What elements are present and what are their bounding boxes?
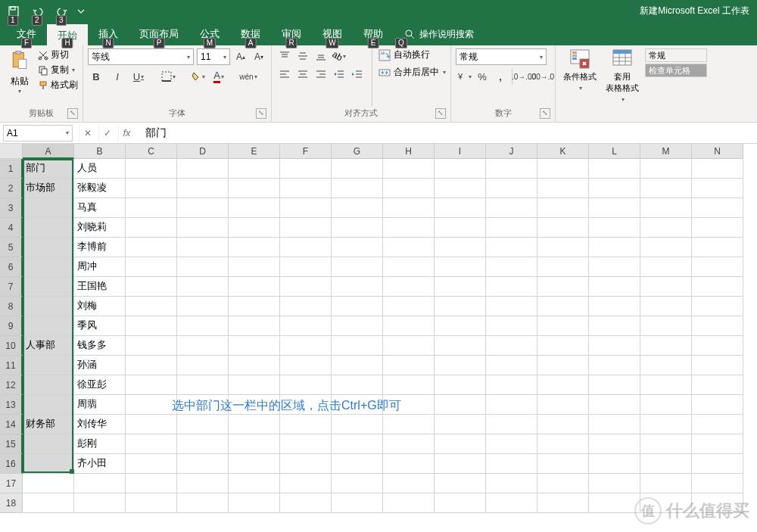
cell-F16[interactable] — [280, 454, 332, 474]
cell-L13[interactable] — [589, 395, 640, 415]
cell-F10[interactable] — [280, 336, 332, 356]
cell-D9[interactable] — [177, 316, 229, 336]
cell-K12[interactable] — [537, 375, 589, 395]
cell-E11[interactable] — [229, 356, 280, 375]
cell-D12[interactable] — [177, 375, 229, 395]
cell-B2[interactable]: 张毅凌 — [74, 179, 126, 198]
cell-K18[interactable] — [537, 493, 589, 513]
comma-format-icon[interactable]: , — [492, 68, 509, 85]
cell-C18[interactable] — [126, 493, 177, 513]
cell-J4[interactable] — [486, 218, 537, 238]
cell-L18[interactable] — [589, 493, 640, 513]
tab-F[interactable]: 文件F — [6, 23, 47, 45]
cell-M8[interactable] — [640, 297, 692, 316]
cell-G14[interactable] — [332, 415, 383, 434]
cell-E7[interactable] — [229, 277, 280, 297]
col-header-H[interactable]: H — [383, 144, 435, 159]
col-header-N[interactable]: N — [692, 144, 743, 159]
cell-E10[interactable] — [229, 336, 280, 356]
cell-G10[interactable] — [332, 336, 383, 356]
cell-N4[interactable] — [692, 218, 743, 238]
cell-J7[interactable] — [486, 277, 537, 297]
align-left-icon[interactable] — [276, 67, 293, 82]
cell-J1[interactable] — [486, 159, 537, 179]
cell-D10[interactable] — [177, 336, 229, 356]
cell-F1[interactable] — [280, 159, 332, 179]
cell-L12[interactable] — [589, 375, 640, 395]
cell-B14[interactable]: 刘传华 — [74, 415, 126, 434]
cell-J12[interactable] — [486, 375, 537, 395]
col-header-B[interactable]: B — [74, 144, 126, 159]
row-header-3[interactable]: 3 — [0, 198, 23, 218]
cell-C6[interactable] — [126, 257, 177, 277]
cell-A3[interactable] — [23, 198, 74, 218]
format-painter-button[interactable]: 格式刷 — [38, 79, 78, 92]
row-header-11[interactable]: 11 — [0, 356, 23, 375]
cell-K3[interactable] — [537, 198, 589, 218]
cell-H8[interactable] — [383, 297, 435, 316]
row-header-16[interactable]: 16 — [0, 454, 23, 474]
cut-button[interactable]: 剪切 — [38, 48, 78, 61]
col-header-F[interactable]: F — [280, 144, 332, 159]
cell-E6[interactable] — [229, 257, 280, 277]
cell-H12[interactable] — [383, 375, 435, 395]
cell-E4[interactable] — [229, 218, 280, 238]
cell-F12[interactable] — [280, 375, 332, 395]
cell-K8[interactable] — [537, 297, 589, 316]
cell-I8[interactable] — [435, 297, 486, 316]
cell-N13[interactable] — [692, 395, 743, 415]
cell-G9[interactable] — [332, 316, 383, 336]
cell-I2[interactable] — [435, 179, 486, 198]
cell-M1[interactable] — [640, 159, 692, 179]
row-header-7[interactable]: 7 — [0, 277, 23, 297]
cell-H5[interactable] — [383, 238, 435, 257]
cell-L3[interactable] — [589, 198, 640, 218]
row-header-12[interactable]: 12 — [0, 375, 23, 395]
cell-M14[interactable] — [640, 415, 692, 434]
border-button[interactable]: ▾ — [160, 68, 176, 85]
cell-L17[interactable] — [589, 474, 640, 493]
redo-icon[interactable]: 3 — [51, 2, 73, 21]
tab-H[interactable]: 开始H — [47, 24, 88, 45]
cell-N9[interactable] — [692, 316, 743, 336]
cell-D1[interactable] — [177, 159, 229, 179]
cell-B17[interactable] — [74, 474, 126, 493]
cell-N10[interactable] — [692, 336, 743, 356]
cell-A6[interactable] — [23, 257, 74, 277]
cell-D18[interactable] — [177, 493, 229, 513]
cell-B8[interactable]: 刘梅 — [74, 297, 126, 316]
cell-H3[interactable] — [383, 198, 435, 218]
cell-M9[interactable] — [640, 316, 692, 336]
dialog-launcher-icon[interactable]: ⤡ — [435, 108, 446, 119]
cell-J17[interactable] — [486, 474, 537, 493]
cell-B12[interactable]: 徐亚彭 — [74, 375, 126, 395]
cell-E9[interactable] — [229, 316, 280, 336]
orientation-icon[interactable]: ab▾ — [331, 48, 347, 64]
cell-B1[interactable]: 人员 — [74, 159, 126, 179]
fx-icon[interactable]: fx — [118, 125, 135, 142]
align-bottom-icon[interactable] — [313, 48, 329, 64]
dialog-launcher-icon[interactable]: ⤡ — [540, 108, 550, 119]
col-header-G[interactable]: G — [332, 144, 383, 159]
cell-L7[interactable] — [589, 277, 640, 297]
font-color-button[interactable]: A▾ — [210, 68, 227, 85]
cell-D3[interactable] — [177, 198, 229, 218]
merge-center-button[interactable]: 合并后居中▾ — [378, 66, 446, 79]
cell-I7[interactable] — [435, 277, 486, 297]
cell-H2[interactable] — [383, 179, 435, 198]
cell-H1[interactable] — [383, 159, 435, 179]
cell-A2[interactable]: 市场部 — [23, 179, 74, 198]
cancel-icon[interactable]: ✕ — [79, 125, 95, 142]
cell-H11[interactable] — [383, 356, 435, 375]
cell-A11[interactable] — [23, 356, 74, 375]
tab-W[interactable]: 视图W — [312, 23, 353, 45]
cell-H18[interactable] — [383, 493, 435, 513]
cell-I4[interactable] — [435, 218, 486, 238]
cell-L14[interactable] — [589, 415, 640, 434]
cell-C15[interactable] — [126, 434, 177, 454]
cell-M6[interactable] — [640, 257, 692, 277]
cell-G2[interactable] — [332, 179, 383, 198]
cell-D7[interactable] — [177, 277, 229, 297]
number-format-select[interactable]: 常规▾ — [456, 48, 547, 65]
cell-A4[interactable] — [23, 218, 74, 238]
